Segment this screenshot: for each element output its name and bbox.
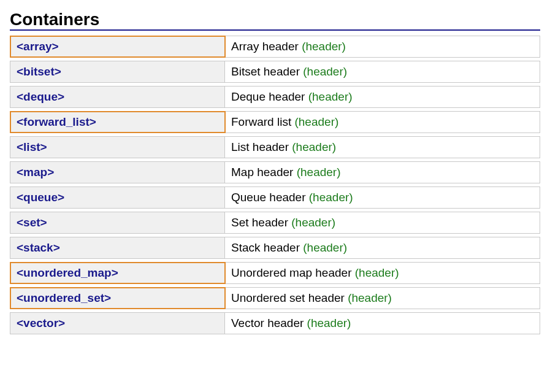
table-row: <set>Set header (header) — [10, 212, 540, 234]
header-link[interactable]: <set> — [17, 216, 47, 229]
header-link[interactable]: <map> — [17, 166, 54, 179]
header-desc-cell: Set header (header) — [225, 212, 540, 233]
header-tag: (header) — [292, 140, 336, 153]
header-desc-cell: List header (header) — [225, 137, 540, 158]
header-desc-text: Unordered set header — [231, 291, 345, 304]
table-row: <unordered_set>Unordered set header (hea… — [10, 287, 540, 309]
header-link[interactable]: <unordered_set> — [17, 291, 111, 304]
header-link-cell: <array> — [10, 36, 225, 57]
header-link[interactable]: <list> — [17, 140, 47, 153]
header-desc-cell: Queue header (header) — [225, 187, 540, 208]
header-link[interactable]: <stack> — [17, 241, 60, 254]
header-desc-cell: Map header (header) — [225, 162, 540, 183]
header-link-cell: <deque> — [10, 86, 225, 107]
table-row: <bitset>Bitset header (header) — [10, 61, 540, 83]
header-tag: (header) — [355, 266, 399, 279]
header-link-cell: <unordered_set> — [10, 288, 225, 309]
header-tag: (header) — [348, 291, 392, 304]
header-tag: (header) — [294, 115, 338, 128]
table-row: <stack>Stack header (header) — [10, 237, 540, 259]
table-row: <forward_list>Forward list (header) — [10, 111, 540, 133]
header-link-cell: <set> — [10, 212, 225, 233]
header-desc-cell: Unordered map header (header) — [225, 263, 540, 283]
table-row: <deque>Deque header (header) — [10, 86, 540, 108]
header-tag: (header) — [303, 65, 347, 78]
header-link[interactable]: <vector> — [17, 317, 65, 329]
header-desc-text: Vector header — [231, 317, 304, 329]
table-row: <list>List header (header) — [10, 136, 540, 158]
header-link-cell: <map> — [10, 162, 225, 183]
header-desc-cell: Forward list (header) — [225, 112, 540, 133]
header-desc-text: Forward list — [231, 115, 291, 128]
header-desc-text: Stack header — [231, 241, 300, 254]
header-link-cell: <forward_list> — [10, 112, 225, 133]
header-tag: (header) — [302, 40, 346, 53]
table-row: <array>Array header (header) — [10, 36, 540, 58]
header-tag: (header) — [307, 317, 351, 329]
header-link[interactable]: <unordered_map> — [17, 266, 118, 279]
table-row: <queue>Queue header (header) — [10, 186, 540, 209]
header-tag: (header) — [308, 90, 353, 103]
header-link-cell: <list> — [10, 137, 225, 158]
header-desc-text: Unordered map header — [231, 266, 351, 279]
header-desc-text: Map header — [231, 166, 293, 179]
header-tag: (header) — [291, 216, 335, 229]
header-desc-text: Bitset header — [231, 65, 300, 78]
header-link-cell: <vector> — [10, 313, 225, 334]
header-tag: (header) — [309, 191, 353, 204]
header-desc-text: List header — [231, 140, 289, 153]
header-link[interactable]: <deque> — [17, 90, 64, 103]
header-link-cell: <queue> — [10, 187, 225, 208]
header-link-cell: <bitset> — [10, 61, 225, 82]
header-desc-cell: Stack header (header) — [225, 237, 540, 258]
header-desc-text: Set header — [231, 216, 288, 229]
header-link[interactable]: <bitset> — [17, 65, 61, 78]
header-link[interactable]: <queue> — [17, 191, 64, 204]
table-row: <vector>Vector header (header) — [10, 312, 540, 334]
header-link-cell: <unordered_map> — [10, 263, 225, 283]
section-heading: Containers — [10, 10, 540, 31]
header-desc-cell: Vector header (header) — [225, 313, 540, 334]
header-desc-cell: Array header (header) — [225, 36, 540, 57]
header-link[interactable]: <forward_list> — [17, 115, 96, 128]
header-desc-cell: Deque header (header) — [225, 86, 540, 107]
header-desc-cell: Unordered set header (header) — [225, 288, 540, 309]
headers-table: <array>Array header (header)<bitset>Bits… — [10, 36, 540, 334]
header-desc-text: Deque header — [231, 90, 305, 103]
header-link-cell: <stack> — [10, 237, 225, 258]
header-link[interactable]: <array> — [17, 40, 59, 53]
header-tag: (header) — [303, 241, 347, 254]
header-desc-text: Array header — [231, 40, 299, 53]
header-desc-cell: Bitset header (header) — [225, 61, 540, 82]
table-row: <map>Map header (header) — [10, 161, 540, 183]
table-row: <unordered_map>Unordered map header (hea… — [10, 262, 540, 284]
header-desc-text: Queue header — [231, 191, 306, 204]
header-tag: (header) — [297, 166, 341, 179]
